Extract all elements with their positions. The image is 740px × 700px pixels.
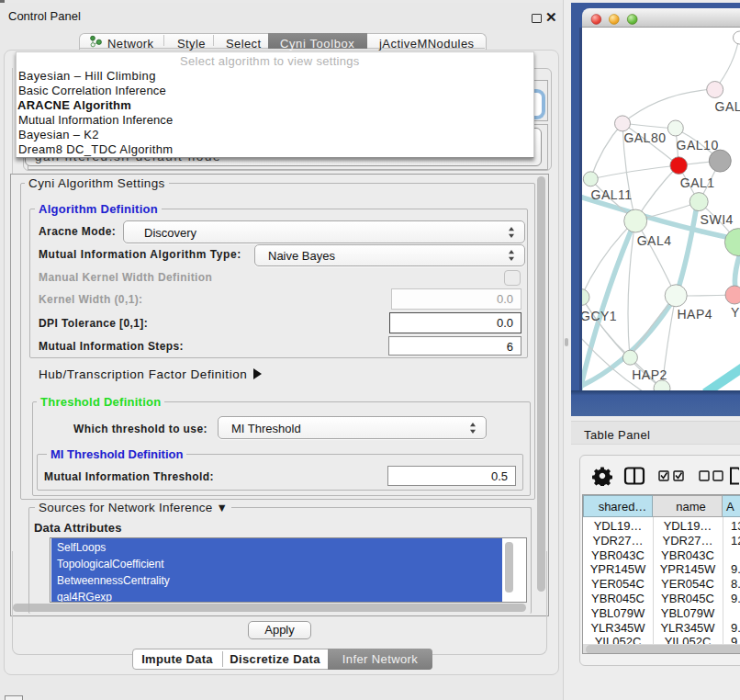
svg-text:GAL10: GAL10 xyxy=(677,138,719,152)
svg-text:HAP2: HAP2 xyxy=(632,367,667,382)
svg-text:HAP4: HAP4 xyxy=(678,307,713,322)
svg-text:Y: Y xyxy=(731,305,740,320)
svg-text:GAL1: GAL1 xyxy=(680,175,715,190)
svg-text:SWI4: SWI4 xyxy=(701,212,734,227)
svg-text:GAL4: GAL4 xyxy=(637,233,672,248)
svg-text:GAL7: GAL7 xyxy=(715,99,740,114)
svg-text:GCY1: GCY1 xyxy=(582,309,617,323)
svg-text:GAL80: GAL80 xyxy=(623,130,666,145)
svg-text:GAL11: GAL11 xyxy=(591,187,633,202)
